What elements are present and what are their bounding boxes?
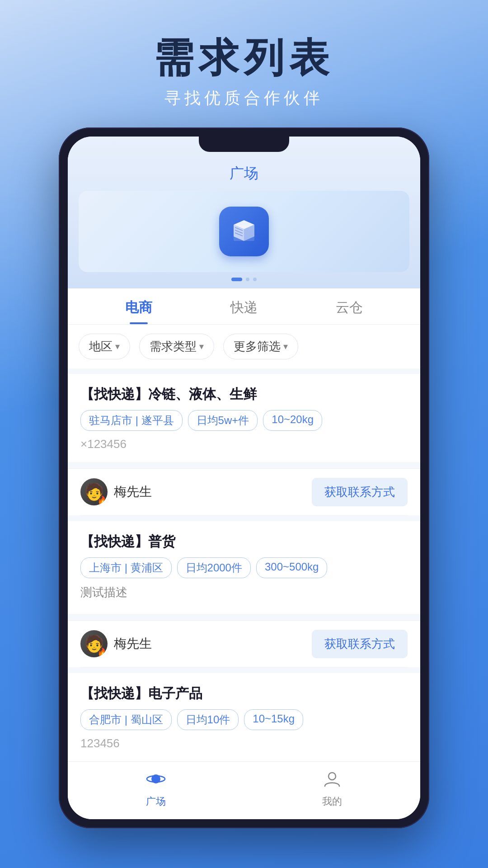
phone-notch	[199, 137, 289, 152]
listing-title: 【找快递】普货	[80, 532, 408, 551]
bottom-nav: 广场 我的	[68, 761, 420, 819]
chevron-down-icon: ▾	[283, 341, 288, 352]
svg-point-6	[328, 773, 336, 780]
listing-number: ×123456	[80, 437, 408, 451]
content-area: 【找快递】冷链、液体、生鲜 驻马店市 | 遂平县 日均5w+件 10~20kg …	[68, 368, 420, 761]
banner-dots	[68, 272, 420, 288]
avatar: 🧑 🔥	[80, 478, 108, 505]
filter-type-button[interactable]: 需求类型 ▾	[139, 334, 214, 359]
tag-daily: 日均2000件	[177, 557, 251, 578]
phone-inner: 广场	[68, 137, 420, 819]
planet-icon	[146, 769, 166, 792]
tag-region: 上海市 | 黄浦区	[80, 557, 172, 578]
nav-label-plaza: 广场	[146, 795, 166, 808]
app-header-title: 广场	[68, 155, 420, 191]
listing-footer: 🧑 🔥 梅先生 获取联系方式	[68, 468, 420, 515]
page-subtitle: 寻找优质合作伙伴	[154, 87, 334, 109]
contact-button[interactable]: 获取联系方式	[312, 478, 408, 506]
app-logo-icon	[219, 207, 269, 256]
tab-express[interactable]: 快递	[191, 288, 296, 324]
banner-dot-2	[246, 278, 249, 281]
chevron-down-icon: ▾	[199, 341, 204, 352]
tag-weight: 10~15kg	[244, 709, 303, 730]
contact-button[interactable]: 获取联系方式	[312, 630, 408, 658]
user-name: 梅先生	[114, 635, 152, 652]
divider	[80, 667, 408, 668]
tags-row: 驻马店市 | 遂平县 日均5w+件 10~20kg	[80, 410, 408, 431]
user-name: 梅先生	[114, 483, 152, 500]
avatar: 🧑 🔥	[80, 630, 108, 657]
tag-daily: 日均5w+件	[188, 410, 258, 431]
nav-item-mine[interactable]: 我的	[244, 769, 420, 808]
listing-number: 123456	[80, 736, 408, 750]
page-header: 需求列表 寻找优质合作伙伴	[154, 0, 334, 127]
listing-card: 【找快递】冷链、液体、生鲜 驻马店市 | 遂平县 日均5w+件 10~20kg …	[68, 374, 420, 462]
page-title: 需求列表	[154, 36, 334, 80]
tags-row: 上海市 | 黄浦区 日均2000件 300~500kg	[80, 557, 408, 578]
phone-frame: 广场	[59, 127, 429, 828]
filter-region-button[interactable]: 地区 ▾	[79, 334, 130, 359]
listing-footer: 🧑 🔥 梅先生 获取联系方式	[68, 620, 420, 667]
nav-item-plaza[interactable]: 广场	[68, 769, 244, 808]
tag-daily: 日均10件	[177, 709, 239, 730]
listing-title: 【找快递】电子产品	[80, 684, 408, 703]
banner-dot-1	[231, 278, 242, 281]
person-icon	[322, 769, 342, 792]
tag-weight: 10~20kg	[263, 410, 322, 431]
banner	[79, 191, 409, 272]
filter-bar: 地区 ▾ 需求类型 ▾ 更多筛选 ▾	[68, 325, 420, 368]
divider	[80, 515, 408, 516]
logo-svg	[228, 216, 260, 247]
listing-title: 【找快递】冷链、液体、生鲜	[80, 385, 408, 404]
tabs-container: 电商 快递 云仓	[68, 288, 420, 325]
tags-row: 合肥市 | 蜀山区 日均10件 10~15kg	[80, 709, 408, 730]
filter-more-button[interactable]: 更多筛选 ▾	[223, 334, 298, 359]
user-info: 🧑 🔥 梅先生	[80, 478, 152, 505]
listing-desc: 测试描述	[80, 585, 408, 600]
user-info: 🧑 🔥 梅先生	[80, 630, 152, 657]
app-screen: 广场	[68, 137, 420, 819]
listing-card: 【找快递】电子产品 合肥市 | 蜀山区 日均10件 10~15kg 123456	[68, 673, 420, 761]
listing-card: 【找快递】普货 上海市 | 黄浦区 日均2000件 300~500kg 测试描述	[68, 521, 420, 614]
tag-weight: 300~500kg	[256, 557, 327, 578]
tab-ecommerce[interactable]: 电商	[86, 288, 191, 324]
chevron-down-icon: ▾	[115, 341, 120, 352]
tag-region: 合肥市 | 蜀山区	[80, 709, 172, 730]
tag-region: 驻马店市 | 遂平县	[80, 410, 183, 431]
app-header: 广场	[68, 137, 420, 288]
nav-label-mine: 我的	[322, 795, 342, 808]
tab-cloud-warehouse[interactable]: 云仓	[297, 288, 402, 324]
banner-dot-3	[253, 278, 257, 281]
